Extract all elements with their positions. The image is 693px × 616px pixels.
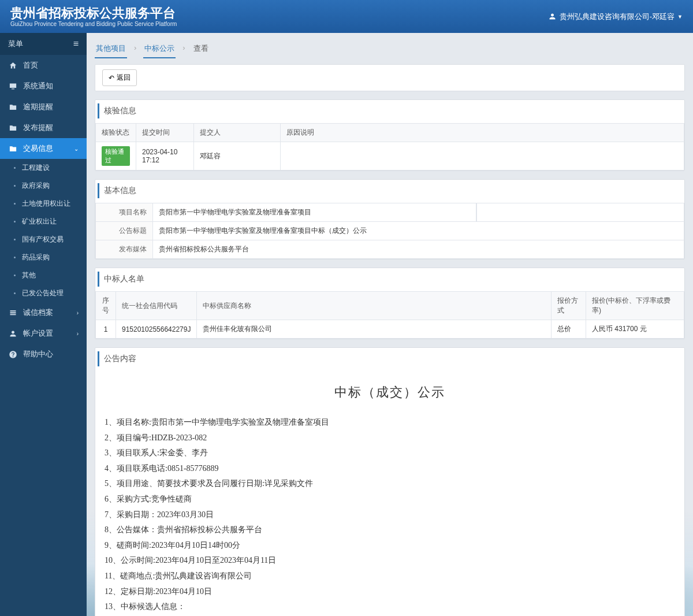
home-icon: [8, 61, 17, 70]
notice-line: 12、定标日期:2023年04月10日: [105, 584, 675, 600]
winners-panel: 中标人名单 序号 统一社会信用代码 中标供应商名称 报价方式 报价(中标价、下浮…: [95, 268, 685, 339]
crumb-2: 查看: [192, 40, 210, 58]
main-content: 其他项目 › 中标公示 › 查看 ↶ 返回 核验信息 核验状态 提交时间 提交人…: [87, 33, 693, 616]
basic-row-0: 项目名称贵阳市第一中学物理电学实验室及物理准备室项目: [95, 203, 684, 222]
list-icon: [8, 308, 17, 318]
verify-panel: 核验信息 核验状态 提交时间 提交人 原因说明 核验通过 2023-04-10 …: [95, 99, 685, 171]
user-menu[interactable]: 贵州弘典建设咨询有限公司-邓廷容 ▼: [548, 12, 683, 22]
chevron-down-icon: ⌄: [74, 146, 79, 152]
notice-line: 2、项目编号:HDZB-2023-082: [105, 431, 675, 446]
notice-line: 4、项目联系电话:0851-85776889: [105, 461, 675, 477]
sidebar-subitem-7[interactable]: 已发公告处理: [0, 284, 87, 302]
chevron-right-icon: ›: [77, 331, 79, 337]
sidebar-subitem-4[interactable]: 国有产权交易: [0, 231, 87, 248]
notice-line: 5、项目用途、简要技术要求及合同履行日期:详见采购文件: [105, 476, 675, 492]
notice-line: 9、磋商时间:2023年04月10日14时00分: [105, 538, 675, 554]
notice-line: 7、采购日期：2023年03月30日: [105, 507, 675, 523]
sidebar-tail-0[interactable]: 诚信档案›: [0, 302, 87, 323]
verify-section-title: 核验信息: [98, 103, 682, 118]
chevron-right-icon: ›: [77, 310, 79, 316]
sidebar-item-1[interactable]: 系统通知: [0, 76, 87, 97]
sidebar-tail-2[interactable]: 帮助中心: [0, 344, 87, 365]
app-header: 贵州省招标投标公共服务平台 GuiZhou Province Tendering…: [0, 0, 693, 33]
sidebar: 菜单 ≡ 首页系统通知逾期提醒发布提醒交易信息⌄ 工程建设政府采购土地使用权出让…: [0, 33, 87, 616]
notice-title: 中标（成交）公示: [102, 384, 677, 401]
verify-row: 核验通过 2023-04-10 17:12 邓廷容: [96, 142, 684, 170]
sidebar-item-0[interactable]: 首页: [0, 55, 87, 76]
caret-down-icon: ▼: [677, 14, 683, 20]
sidebar-subitem-5[interactable]: 药品采购: [0, 248, 87, 266]
sidebar-subitem-2[interactable]: 土地使用权出让: [0, 195, 87, 213]
notice-line: 13、中标候选人信息：: [105, 599, 675, 615]
crumb-0[interactable]: 其他项目: [95, 40, 127, 58]
back-arrow-icon: ↶: [109, 74, 114, 82]
breadcrumb: 其他项目 › 中标公示 › 查看: [95, 40, 685, 58]
crumb-1[interactable]: 中标公示: [143, 40, 176, 58]
notice-line: 1、项目名称:贵阳市第一中学物理电学实验室及物理准备室项目: [105, 415, 675, 431]
notice-line: 8、公告媒体：贵州省招标投标公共服务平台: [105, 522, 675, 538]
notice-line: 10、公示时间:2023年04月10日至2023年04月11日: [105, 553, 675, 569]
monitor-icon: [8, 81, 17, 91]
sidebar-subitem-1[interactable]: 政府采购: [0, 177, 87, 195]
sidebar-subitem-6[interactable]: 其他: [0, 266, 87, 284]
user-icon: [8, 329, 17, 339]
sidebar-subitem-0[interactable]: 工程建设: [0, 159, 87, 177]
sidebar-subitem-3[interactable]: 矿业权出让: [0, 213, 87, 231]
basic-panel: 基本信息 项目名称贵阳市第一中学物理电学实验室及物理准备室项目公告标题贵阳市第一…: [95, 179, 685, 259]
sidebar-item-2[interactable]: 逾期提醒: [0, 97, 87, 117]
winners-section-title: 中标人名单: [98, 272, 682, 287]
menu-label: 菜单: [8, 39, 23, 49]
basic-section-title: 基本信息: [98, 183, 682, 198]
sidebar-item-3[interactable]: 发布提醒: [0, 117, 87, 138]
app-title: 贵州省招标投标公共服务平台: [10, 6, 177, 21]
basic-row-1: 公告标题贵阳市第一中学物理电学实验室及物理准备室项目中标（成交）公示: [95, 222, 684, 240]
back-button[interactable]: ↶ 返回: [102, 69, 137, 86]
winner-row: 1 91520102556642279J 贵州佳丰化玻有限公司 总价 人民币 4…: [96, 320, 684, 339]
folder-icon: [8, 123, 17, 133]
folder-icon: [8, 102, 17, 112]
user-name: 贵州弘典建设咨询有限公司-邓廷容: [560, 12, 675, 22]
notice-line: 6、采购方式:竞争性磋商: [105, 492, 675, 507]
basic-row-2: 发布媒体贵州省招标投标公共服务平台: [95, 240, 684, 259]
notice-line: 11、磋商地点:贵州弘典建设咨询有限公司: [105, 569, 675, 584]
status-badge: 核验通过: [102, 146, 130, 166]
notice-section-title: 公告内容: [98, 351, 682, 366]
folder-icon: [8, 144, 17, 154]
hamburger-icon[interactable]: ≡: [73, 39, 79, 49]
sidebar-tail-1[interactable]: 帐户设置›: [0, 323, 87, 344]
notice-panel: 公告内容 中标（成交）公示 1、项目名称:贵阳市第一中学物理电学实验室及物理准备…: [95, 347, 685, 616]
app-subtitle: GuiZhou Province Tendering and Bidding P…: [10, 21, 177, 27]
help-icon: [8, 350, 17, 359]
menu-header: 菜单 ≡: [0, 33, 87, 55]
sidebar-item-4[interactable]: 交易信息⌄: [0, 138, 87, 159]
user-icon: [548, 12, 557, 21]
notice-line: 3、项目联系人:宋金委、李丹: [105, 446, 675, 461]
